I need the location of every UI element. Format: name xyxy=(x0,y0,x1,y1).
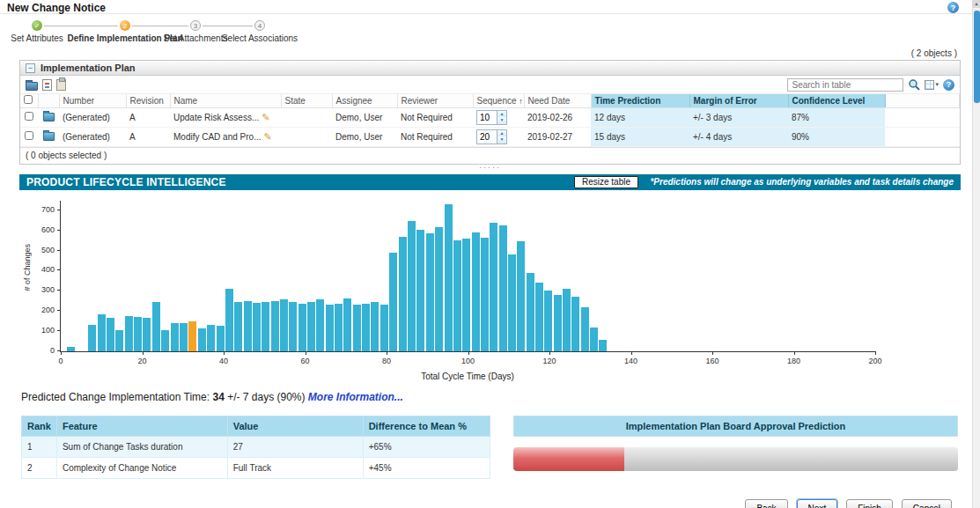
row-type-cell xyxy=(38,107,59,127)
row-checkbox-cell[interactable] xyxy=(20,107,38,127)
cell-feature: Complexity of Change Notice xyxy=(56,457,227,478)
paste-icon[interactable] xyxy=(56,79,66,91)
x-tick-label: 0 xyxy=(58,357,63,365)
histogram-bar xyxy=(280,299,288,350)
histogram-bar xyxy=(107,318,114,351)
y-tick-label: 300 xyxy=(28,285,55,294)
cell-margin-of-error: +/- 4 days xyxy=(689,127,788,146)
histogram-bar xyxy=(335,304,343,351)
histogram-bar xyxy=(590,328,598,350)
col-assignee[interactable]: Assignee xyxy=(332,94,397,107)
resize-table-button[interactable]: Resize table xyxy=(574,176,638,188)
wizard-buttons: BackNextFinishCancel xyxy=(745,499,952,508)
cell-sequence[interactable]: ▲▼ xyxy=(473,127,524,146)
report-icon[interactable] xyxy=(42,79,52,91)
step-3-label[interactable]: Set Attachments xyxy=(164,33,228,43)
sequence-input[interactable] xyxy=(477,111,497,124)
col-margin-of-error[interactable]: Margin of Error xyxy=(689,94,788,107)
histogram-bar xyxy=(271,301,279,351)
x-tick-mark xyxy=(794,351,795,355)
sort-ascending-icon[interactable]: ↑ xyxy=(519,97,523,106)
col-name[interactable]: Name xyxy=(170,94,281,107)
sequence-stepper[interactable]: ▲▼ xyxy=(476,129,507,144)
search-input[interactable] xyxy=(787,78,903,92)
step-1-label[interactable]: Set Attributes xyxy=(11,33,63,43)
collapse-panel-icon[interactable]: − xyxy=(26,63,35,73)
x-tick-mark xyxy=(306,351,306,355)
step-4-indicator[interactable]: 4 xyxy=(254,20,265,31)
histogram-bar xyxy=(180,323,188,351)
histogram-bar xyxy=(571,297,579,351)
splitter-handle[interactable]: ····· xyxy=(0,165,980,173)
cell-time-prediction: 12 days xyxy=(591,107,689,127)
histogram-bar xyxy=(462,239,470,351)
cycle-time-histogram: # of Changes 010020030040050060070002040… xyxy=(19,195,961,386)
step-4-label[interactable]: Select Associations xyxy=(222,33,298,43)
scrollbar-thumb[interactable] xyxy=(974,11,980,103)
histogram-bar xyxy=(67,347,75,351)
row-checkbox[interactable] xyxy=(25,131,33,140)
col-state[interactable]: State xyxy=(281,94,332,107)
spin-up-icon[interactable]: ▲ xyxy=(497,130,506,137)
approval-panel-title: Implementation Plan Board Approval Predi… xyxy=(513,416,958,437)
step-1-indicator[interactable]: ✓ xyxy=(32,20,42,31)
x-tick-label: 20 xyxy=(137,357,146,365)
y-tick-mark xyxy=(57,310,61,311)
col-number[interactable]: Number xyxy=(59,94,126,107)
col-sequence[interactable]: Sequence ↑ xyxy=(473,94,524,107)
spin-down-icon[interactable]: ▼ xyxy=(497,117,506,124)
col-time-prediction[interactable]: Time Prediction xyxy=(591,94,689,107)
histogram-bar xyxy=(171,323,179,351)
cell-reviewer: Not Required xyxy=(397,127,473,146)
x-tick-mark xyxy=(61,351,62,355)
col-need-date[interactable]: Need Date xyxy=(524,94,591,107)
next-button[interactable]: Next xyxy=(797,499,838,508)
plan-table-header-row: Number Revision Name State Assignee Revi… xyxy=(20,94,960,107)
step-2-indicator[interactable]: 2 xyxy=(120,20,130,31)
histogram-bar xyxy=(307,302,315,351)
sequence-input[interactable] xyxy=(477,130,497,144)
prediction-suffix: +/- 7 days (90%) xyxy=(225,391,308,403)
histogram-bar xyxy=(143,318,151,351)
x-tick-label: 80 xyxy=(382,357,391,365)
spin-up-icon[interactable]: ▲ xyxy=(497,111,506,118)
more-information-link[interactable]: More Information... xyxy=(308,391,403,403)
x-axis-label: Total Cycle Time (Days) xyxy=(60,372,875,381)
back-button[interactable]: Back xyxy=(745,499,787,508)
edit-pencil-icon[interactable]: ✎ xyxy=(262,112,269,122)
cell-state xyxy=(281,127,332,146)
search-icon[interactable] xyxy=(908,78,920,91)
histogram-bar xyxy=(134,317,142,351)
col-confidence-level[interactable]: Confidence Level xyxy=(788,94,885,107)
y-tick-label: 400 xyxy=(28,265,55,274)
col-reviewer[interactable]: Reviewer xyxy=(397,94,473,107)
sequence-stepper[interactable]: ▲▼ xyxy=(476,110,507,125)
select-all-checkbox-cell[interactable] xyxy=(20,94,38,107)
histogram-bar xyxy=(517,241,525,350)
scrollbar[interactable]: ▲ xyxy=(972,0,980,508)
new-folder-icon[interactable] xyxy=(26,79,38,91)
col-revision[interactable]: Revision xyxy=(126,94,170,107)
y-tick-label: 0 xyxy=(28,346,55,355)
step-3-indicator[interactable]: 3 xyxy=(190,20,201,31)
help-icon[interactable]: ? xyxy=(947,2,959,13)
row-checkbox-cell[interactable] xyxy=(20,127,38,146)
step-4-glyph: 4 xyxy=(258,22,262,30)
table-view-icon[interactable]: ▾ xyxy=(925,80,939,90)
spin-down-icon[interactable]: ▼ xyxy=(497,136,506,144)
cell-revision: A xyxy=(126,107,170,127)
select-all-checkbox[interactable] xyxy=(24,95,33,104)
x-tick-label: 100 xyxy=(461,357,475,365)
histogram-bar xyxy=(234,302,242,351)
edit-pencil-icon[interactable]: ✎ xyxy=(263,131,271,142)
finish-button[interactable]: Finish xyxy=(846,499,893,508)
folder-icon xyxy=(43,132,55,141)
y-tick-mark xyxy=(57,210,61,210)
scroll-up-icon[interactable]: ▲ xyxy=(973,0,980,8)
cancel-button[interactable]: Cancel xyxy=(902,499,952,508)
cell-sequence[interactable]: ▲▼ xyxy=(473,107,524,127)
x-tick-mark xyxy=(387,351,387,355)
row-checkbox[interactable] xyxy=(25,112,33,121)
table-help-icon[interactable]: ? xyxy=(943,79,954,91)
col-icon xyxy=(38,94,59,107)
